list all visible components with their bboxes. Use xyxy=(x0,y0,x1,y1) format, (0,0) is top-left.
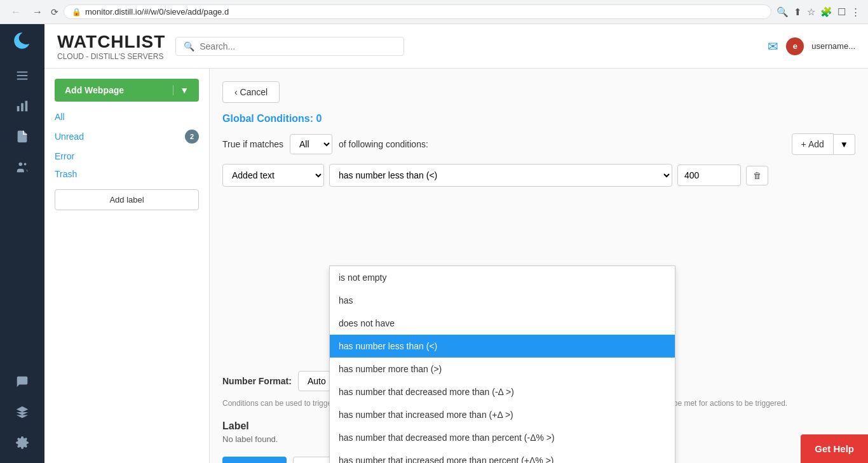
sidebar-item-list[interactable] xyxy=(6,62,38,90)
condition-type-dropdown: is not empty has does not have has numbe… xyxy=(329,265,675,463)
sidebar-item-users[interactable] xyxy=(6,153,38,181)
mail-icon[interactable]: ✉ xyxy=(768,39,778,54)
dropdown-item-does-not-have[interactable]: does not have xyxy=(330,312,675,335)
sidebar-item-chat[interactable] xyxy=(6,368,38,396)
condition-type-select[interactable]: has number less than (<) xyxy=(329,164,672,187)
add-webpage-button[interactable]: Add Webpage ▼ xyxy=(55,79,199,102)
nav-link-unread[interactable]: Unread 2 xyxy=(55,127,199,146)
right-panel: ‹ Cancel Global Conditions: 0 True if ma… xyxy=(210,69,868,463)
header-icons: ✉ e username... xyxy=(768,37,855,55)
extension-icon[interactable]: 🧩 xyxy=(820,6,832,18)
number-format-label: Number Format: xyxy=(222,376,292,386)
url-text: monitor.distill.io/#/w/0/sieve/add/page.… xyxy=(85,7,229,17)
of-following-label: of following conditions: xyxy=(339,139,428,149)
address-bar[interactable]: 🔒 monitor.distill.io/#/w/0/sieve/add/pag… xyxy=(64,4,771,19)
bookmark-icon[interactable]: ☆ xyxy=(807,6,815,18)
cancel-button-top[interactable]: ‹ Cancel xyxy=(222,81,280,103)
svg-rect-0 xyxy=(17,72,28,73)
forward-button[interactable]: → xyxy=(29,5,46,19)
app-logo[interactable] xyxy=(12,30,32,53)
add-label-button[interactable]: Add label xyxy=(55,189,199,210)
save-button[interactable]: Save xyxy=(222,457,287,463)
svg-rect-2 xyxy=(17,79,28,80)
svg-rect-4 xyxy=(21,103,24,111)
add-webpage-dropdown-arrow[interactable]: ▼ xyxy=(173,85,189,95)
window-icon[interactable]: ☐ xyxy=(837,6,846,18)
search-icon: 🔍 xyxy=(184,41,194,51)
true-if-label: True if matches xyxy=(222,139,283,149)
conditions-row: True if matches All Any of following con… xyxy=(222,133,855,155)
svg-point-6 xyxy=(19,163,23,166)
dropdown-item-increased-more[interactable]: has number that increased more than (+Δ … xyxy=(330,403,675,426)
add-condition-button[interactable]: + Add xyxy=(792,133,834,155)
menu-icon[interactable]: ⋮ xyxy=(851,6,860,18)
svg-rect-5 xyxy=(25,101,28,112)
added-text-select[interactable]: Added text xyxy=(222,164,324,187)
match-select[interactable]: All Any xyxy=(290,134,332,154)
add-condition-dropdown[interactable]: ▼ xyxy=(834,134,855,155)
browser-bar: ← → ⟳ 🔒 monitor.distill.io/#/w/0/sieve/a… xyxy=(0,0,868,24)
sidebar-item-settings[interactable] xyxy=(6,429,38,457)
sidebar-item-document[interactable] xyxy=(6,123,38,151)
condition-value-input[interactable] xyxy=(677,164,741,186)
sidebar-item-chart[interactable] xyxy=(6,92,38,120)
delete-condition-button[interactable]: 🗑 xyxy=(746,166,768,185)
app-subtitle: CLOUD - DISTILL'S SERVERS xyxy=(57,52,165,61)
avatar[interactable]: e xyxy=(786,37,804,55)
unread-badge: 2 xyxy=(185,130,199,144)
nav-links: All Unread 2 Error Trash xyxy=(55,109,199,182)
dropdown-item-is-not-empty[interactable]: is not empty xyxy=(330,266,675,289)
dropdown-item-decreased-percent[interactable]: has number that decreased more than perc… xyxy=(330,426,675,449)
share-icon[interactable]: ⬆ xyxy=(794,6,802,18)
dropdown-item-has-number-less[interactable]: has number less than (<) xyxy=(330,335,675,358)
user-name[interactable]: username... xyxy=(811,41,855,51)
app-header: WATCHLIST CLOUD - DISTILL'S SERVERS 🔍 ✉ … xyxy=(44,24,868,69)
sidebar-item-translate[interactable] xyxy=(6,398,38,426)
get-help-button[interactable]: Get Help xyxy=(801,434,868,463)
dropdown-item-decreased-more[interactable]: has number that decreased more than (-Δ … xyxy=(330,380,675,403)
header-search[interactable]: 🔍 xyxy=(175,37,404,56)
sidebar xyxy=(0,24,44,463)
nav-link-error[interactable]: Error xyxy=(55,149,199,164)
zoom-icon[interactable]: 🔍 xyxy=(776,6,789,18)
lock-icon: 🔒 xyxy=(72,8,81,17)
global-conditions-title: Global Conditions: 0 xyxy=(222,113,855,124)
dropdown-item-increased-percent[interactable]: has number that increased more than perc… xyxy=(330,449,675,463)
dropdown-item-has[interactable]: has xyxy=(330,289,675,312)
svg-point-7 xyxy=(24,163,27,166)
condition-row: Added text has number less than (<) 🗑 is… xyxy=(222,164,855,187)
nav-link-trash[interactable]: Trash xyxy=(55,166,199,182)
svg-rect-3 xyxy=(17,106,20,111)
search-input[interactable] xyxy=(200,41,396,51)
back-button[interactable]: ← xyxy=(8,5,24,19)
svg-rect-1 xyxy=(17,75,28,76)
left-panel: Add Webpage ▼ All Unread 2 Error Tr xyxy=(44,69,210,463)
app-title: WATCHLIST xyxy=(57,32,165,52)
app-title-area: WATCHLIST CLOUD - DISTILL'S SERVERS xyxy=(57,32,165,61)
refresh-button[interactable]: ⟳ xyxy=(51,7,58,17)
dropdown-item-has-number-more[interactable]: has number more than (>) xyxy=(330,358,675,380)
browser-toolbar-icons: 🔍 ⬆ ☆ 🧩 ☐ ⋮ xyxy=(776,6,860,18)
nav-link-all[interactable]: All xyxy=(55,109,199,124)
